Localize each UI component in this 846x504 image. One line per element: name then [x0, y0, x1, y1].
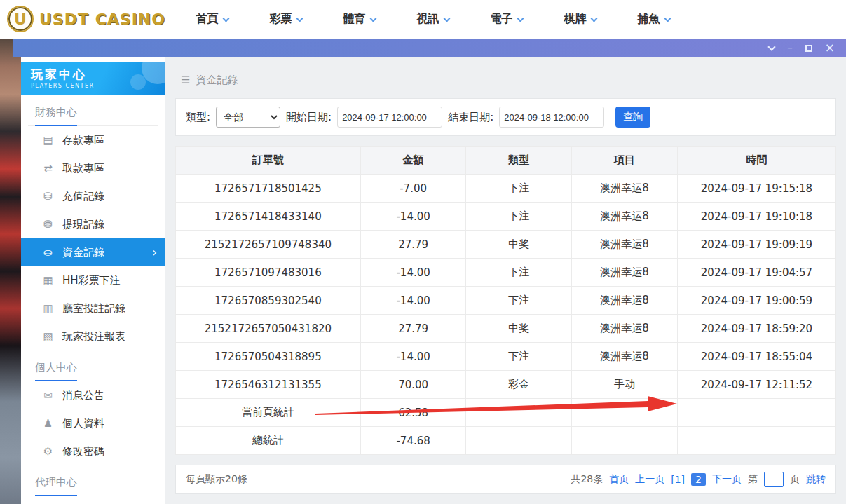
summary-empty-cell [572, 427, 678, 455]
sidebar-section-title: 個人中心 [28, 350, 158, 381]
type-select: 全部 [216, 107, 280, 128]
nav-item-live-video[interactable]: 視訊 [396, 12, 470, 27]
withdrawal-record-icon: ⛃ [42, 218, 54, 231]
cell-amount: -14.00 [360, 259, 466, 287]
sidebar-item-fund-record[interactable]: ⛀資金記錄› [21, 238, 165, 266]
cell-order-no: 2152172657109748340 [176, 231, 361, 259]
nav-item-label: 電子 [491, 12, 513, 27]
close-icon[interactable]: × [825, 42, 835, 54]
maximize-icon[interactable] [805, 45, 812, 52]
sidebar-item-recharge-record[interactable]: ⛁充值記錄 [21, 182, 165, 210]
main-content: ☰ 資金記錄 類型: 全部 開始日期: 結束日期: 查詢 訂單號金額類型項目時間… [165, 57, 846, 504]
chevron-down-icon [222, 15, 229, 22]
cell-item: 澳洲幸运8 [572, 287, 678, 315]
prev-page-link[interactable]: 上一页 [635, 473, 664, 486]
chevron-down-icon [590, 15, 597, 22]
sidebar-item-deposit[interactable]: ▤存款專區 [21, 126, 165, 154]
nav-item-fishing[interactable]: 捕魚 [617, 12, 690, 27]
window-chevron-down-icon[interactable] [768, 43, 776, 50]
query-button[interactable]: 查詢 [615, 107, 650, 128]
lottery-bet-icon: ▦ [42, 274, 54, 287]
filter-bar: 類型: 全部 開始日期: 結束日期: 查詢 [175, 98, 836, 136]
page-title: 資金記錄 [196, 74, 238, 87]
col-header-item: 項目 [572, 147, 678, 175]
type-select-control[interactable]: 全部 [216, 107, 280, 128]
page-2-current[interactable]: 2 [691, 473, 706, 486]
col-header-time: 時間 [677, 147, 835, 175]
jump-button[interactable]: 跳转 [806, 473, 826, 486]
nav-item-label: 捕魚 [638, 12, 660, 27]
cell-item: 手动 [572, 371, 678, 399]
first-page-link[interactable]: 首页 [609, 473, 629, 486]
sidebar-item-withdraw[interactable]: ⇄取款專區 [21, 154, 165, 182]
cell-type: 下注 [466, 203, 572, 231]
players-center-subtitle: PLAYERS CENTER [31, 83, 165, 89]
cell-amount: 27.79 [360, 315, 466, 343]
cell-type: 中奖 [466, 231, 572, 259]
table-row: 215217265705043182027.79中奖澳洲幸运82024-09-1… [176, 315, 836, 343]
sidebar-item-player-bet-report[interactable]: ▧玩家投注報表 [21, 322, 165, 350]
summary-label: 當前頁統計 [176, 399, 361, 427]
nav-item-label: 體育 [343, 12, 366, 27]
deposit-icon: ▤ [42, 134, 54, 147]
table-row: 215217265710974834027.79中奖澳洲幸运82024-09-1… [176, 231, 836, 259]
col-header-order-no: 訂單號 [176, 147, 361, 175]
cell-amount: 27.79 [360, 231, 466, 259]
sidebar-item-label: 取款專區 [62, 162, 104, 175]
players-center-header: 玩家中心 PLAYERS CENTER [21, 62, 165, 95]
cell-time: 2024-09-17 19:00:59 [677, 287, 835, 315]
sidebar-item-messages[interactable]: ✉消息公告 [21, 381, 165, 409]
end-date-label: 結束日期: [448, 111, 493, 124]
summary-empty-cell [677, 427, 835, 455]
start-date-input[interactable] [337, 107, 442, 128]
table-row: 1726570859302540-14.00下注澳洲幸运82024-09-17 … [176, 287, 836, 315]
page-1-link[interactable]: [1] [671, 474, 685, 485]
sidebar-item-label: 存款專區 [62, 134, 104, 147]
nav-item-home[interactable]: 首頁 [175, 12, 249, 27]
jump-page-input[interactable] [764, 472, 784, 487]
window-titlebar: – × [13, 39, 846, 57]
summary-label: 總統計 [176, 427, 361, 455]
cell-type: 下注 [466, 259, 572, 287]
minimize-icon[interactable]: – [787, 43, 793, 53]
nav-item-lottery[interactable]: 彩票 [249, 12, 322, 27]
sidebar-item-withdrawal-record[interactable]: ⛃提現記錄 [21, 210, 165, 238]
page-size-text: 每頁顯示20條 [186, 473, 247, 486]
chevron-down-icon [517, 15, 524, 22]
total-count: 共28条 [571, 473, 603, 486]
sidebar-item-label: 個人資料 [62, 417, 104, 430]
next-page-link[interactable]: 下一页 [712, 473, 742, 486]
summary-amount: -74.68 [360, 427, 466, 455]
table-row: 1726570504318895-14.00下注澳洲幸运82024-09-17 … [176, 343, 836, 371]
cell-type: 彩金 [466, 371, 572, 399]
cell-time: 2024-09-17 19:15:18 [677, 175, 835, 203]
sidebar-item-label: 廳室投註記錄 [62, 302, 125, 315]
summary-row: 當前頁統計62.58 [176, 399, 836, 427]
chevron-down-icon [443, 15, 450, 22]
sidebar-section-title: 財務中心 [28, 95, 158, 126]
cell-type: 下注 [466, 175, 572, 203]
breadcrumb: ☰ 資金記錄 [165, 57, 846, 87]
withdraw-icon: ⇄ [42, 162, 54, 175]
message-icon: ✉ [42, 389, 54, 402]
sidebar-item-profile[interactable]: ♟個人資料 [21, 409, 165, 437]
sidebar-item-room-bet-record[interactable]: ▥廳室投註記錄 [21, 294, 165, 322]
sidebar-item-hh-lottery-bet[interactable]: ▦HH彩票下注 [21, 266, 165, 294]
col-header-type: 類型 [466, 147, 572, 175]
chevron-down-icon [296, 15, 303, 22]
sidebar-item-label: 玩家投注報表 [62, 330, 125, 343]
cell-item: 澳洲幸运8 [572, 315, 678, 343]
sidebar-item-change-password[interactable]: ⚙修改密碼 [21, 437, 165, 465]
logo[interactable]: U USDT CASINO [7, 6, 165, 32]
nav-item-sports[interactable]: 體育 [322, 12, 396, 27]
cell-item: 澳洲幸运8 [572, 343, 678, 371]
end-date-input[interactable] [499, 107, 604, 128]
top-navbar: U USDT CASINO 首頁彩票體育視訊電子棋牌捕魚 [0, 0, 846, 39]
cell-order-no: 1726546312131355 [176, 371, 361, 399]
nav-item-label: 彩票 [270, 12, 292, 27]
summary-amount: 62.58 [360, 399, 466, 427]
window-controls: – × [769, 39, 835, 57]
nav-item-slots[interactable]: 電子 [470, 12, 543, 27]
menu-icon[interactable]: ☰ [181, 74, 190, 86]
nav-item-chess-cards[interactable]: 棋牌 [543, 12, 617, 27]
